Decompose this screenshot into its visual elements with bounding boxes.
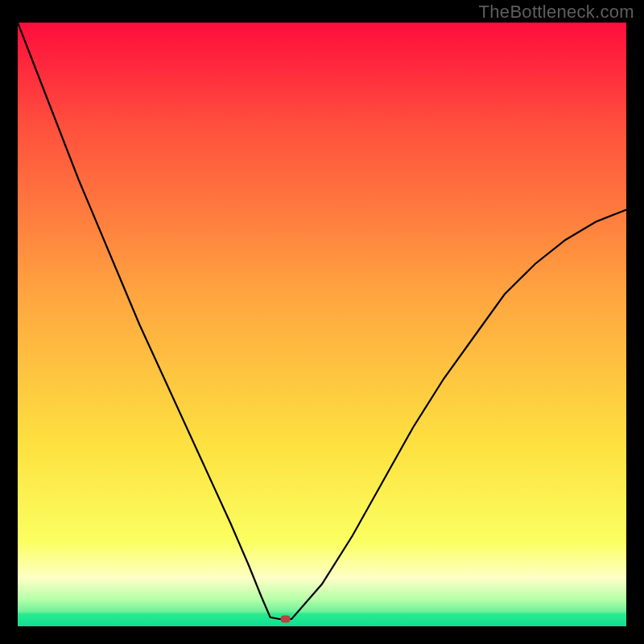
chart-frame: TheBottleneck.com xyxy=(0,0,644,644)
chart-svg xyxy=(18,23,626,626)
gradient-background xyxy=(18,23,626,626)
plot-area xyxy=(18,23,626,626)
marker-dot xyxy=(281,616,291,623)
watermark-text: TheBottleneck.com xyxy=(479,2,634,23)
